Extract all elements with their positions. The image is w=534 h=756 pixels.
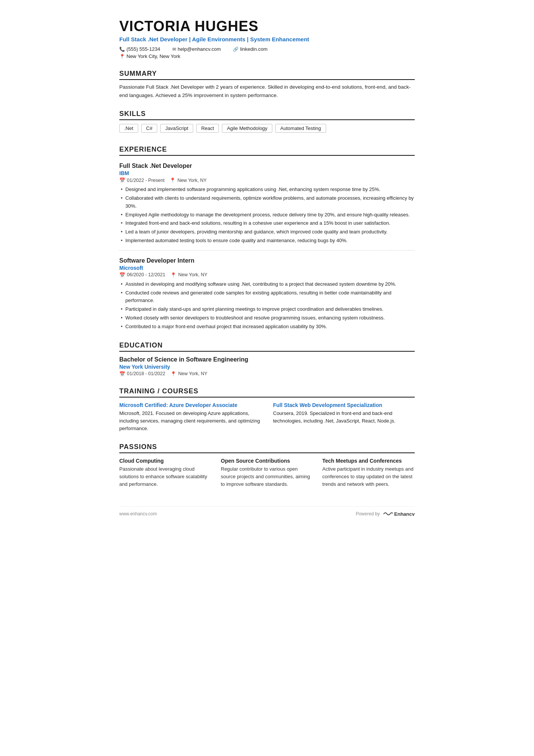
- job-dates: 01/2022 - Present: [127, 178, 164, 183]
- passions-section: PASSIONS Cloud Computing Passionate abou…: [119, 443, 415, 488]
- course-text: Microsoft, 2021. Focused on developing A…: [119, 410, 261, 432]
- phone-item: 📞 (555) 555-1234: [119, 46, 160, 52]
- skill-tag: React: [196, 124, 219, 133]
- summary-text: Passionate Full Stack .Net Developer wit…: [119, 83, 415, 99]
- bullet-item: Collaborated with clients to understand …: [119, 194, 415, 210]
- linkedin-item: 🔗 linkedin.com: [233, 46, 267, 52]
- passion-title: Open Source Contributions: [221, 458, 313, 464]
- footer-website: www.enhancv.com: [119, 511, 157, 517]
- course-item: Microsoft Certified: Azure Developer Ass…: [119, 402, 261, 432]
- footer: www.enhancv.com Powered by Enhancv: [119, 506, 415, 517]
- passion-title: Cloud Computing: [119, 458, 212, 464]
- edu-location: New York, NY: [178, 371, 207, 376]
- location-text: New York City, New York: [126, 53, 180, 59]
- linkedin-url: linkedin.com: [240, 46, 267, 52]
- bullet-item: Designed and implemented software progra…: [119, 186, 415, 194]
- enhancv-logo: Enhancv: [382, 510, 415, 517]
- skills-section: SKILLS .NetC#JavaScriptReactAgile Method…: [119, 110, 415, 135]
- edu-dates-item: 📅 01/2018 - 01/2022: [119, 371, 165, 377]
- job-location: New York, NY: [178, 272, 207, 277]
- candidate-title: Full Stack .Net Developer | Agile Enviro…: [119, 36, 415, 42]
- job-bullets: Assisted in developing and modifying sof…: [119, 280, 415, 331]
- edu-degree: Bachelor of Science in Software Engineer…: [119, 356, 415, 363]
- bullet-item: Employed Agile methodology to manage the…: [119, 211, 415, 219]
- candidate-name: VICTORIA HUGHES: [119, 18, 415, 34]
- education-title: EDUCATION: [119, 341, 415, 352]
- contact-row: 📞 (555) 555-1234 ✉ help@enhancv.com 🔗 li…: [119, 46, 415, 52]
- training-title: TRAINING / COURSES: [119, 387, 415, 398]
- job-location-icon: 📍: [170, 272, 176, 278]
- exp-divider: [119, 250, 415, 250]
- email-icon: ✉: [172, 47, 176, 52]
- phone-icon: 📞: [119, 47, 125, 52]
- edu-location-item: 📍 New York, NY: [170, 371, 207, 377]
- job-location-item: 📍 New York, NY: [170, 272, 207, 278]
- job-dates-item: 📅 06/2020 - 12/2021: [119, 272, 165, 278]
- edu-meta: 📅 01/2018 - 01/2022 📍 New York, NY: [119, 371, 415, 377]
- course-text: Coursera, 2019. Specialized in front-end…: [273, 410, 415, 425]
- courses-grid: Microsoft Certified: Azure Developer Ass…: [119, 402, 415, 432]
- skill-tag: C#: [141, 124, 158, 133]
- company-name: Microsoft: [119, 265, 415, 271]
- passion-title: Tech Meetups and Conferences: [322, 458, 415, 464]
- skill-tag: .Net: [119, 124, 138, 133]
- calendar-icon: 📅: [119, 177, 125, 183]
- experience-title: EXPERIENCE: [119, 146, 415, 156]
- summary-section: SUMMARY Passionate Full Stack .Net Devel…: [119, 70, 415, 99]
- location-row: 📍 New York City, New York: [119, 53, 415, 59]
- passions-title: PASSIONS: [119, 443, 415, 453]
- bullet-item: Implemented automated testing tools to e…: [119, 237, 415, 245]
- edu-school: New York University: [119, 364, 415, 370]
- training-section: TRAINING / COURSES Microsoft Certified: …: [119, 387, 415, 432]
- edu-dates: 01/2018 - 01/2022: [127, 371, 165, 376]
- skills-row: .NetC#JavaScriptReactAgile MethodologyAu…: [119, 124, 415, 135]
- edu-location-icon: 📍: [170, 371, 176, 377]
- experience-job: Software Developer Intern Microsoft 📅 06…: [119, 257, 415, 331]
- course-item: Full Stack Web Development Specializatio…: [273, 402, 415, 432]
- passion-text: Passionate about leveraging cloud soluti…: [119, 465, 212, 488]
- experience-job: Full Stack .Net Developer IBM 📅 01/2022 …: [119, 163, 415, 250]
- bullet-item: Participated in daily stand-ups and spri…: [119, 305, 415, 313]
- footer-right: Powered by Enhancv: [356, 510, 415, 517]
- bullet-item: Contributed to a major front-end overhau…: [119, 323, 415, 331]
- job-dates: 06/2020 - 12/2021: [127, 272, 165, 277]
- passion-item: Open Source Contributions Regular contri…: [221, 458, 313, 488]
- job-bullets: Designed and implemented software progra…: [119, 186, 415, 245]
- company-name: IBM: [119, 170, 415, 176]
- passion-text: Regular contributor to various open sour…: [221, 465, 313, 488]
- education-section: EDUCATION Bachelor of Science in Softwar…: [119, 341, 415, 377]
- phone-number: (555) 555-1234: [126, 46, 160, 52]
- skill-tag: JavaScript: [160, 124, 193, 133]
- bullet-item: Conducted code reviews and generated cod…: [119, 289, 415, 305]
- enhancv-logo-icon: [382, 510, 393, 517]
- job-meta: 📅 06/2020 - 12/2021 📍 New York, NY: [119, 272, 415, 278]
- skill-tag: Automated Testing: [275, 124, 326, 133]
- passion-item: Tech Meetups and Conferences Active part…: [322, 458, 415, 488]
- location-icon: 📍: [119, 54, 125, 59]
- bullet-item: Integrated front-end and back-end soluti…: [119, 219, 415, 227]
- job-location-item: 📍 New York, NY: [170, 177, 206, 183]
- passion-text: Active participant in industry meetups a…: [322, 465, 415, 488]
- job-meta: 📅 01/2022 - Present 📍 New York, NY: [119, 177, 415, 183]
- linkedin-icon: 🔗: [233, 47, 239, 52]
- experience-section: EXPERIENCE Full Stack .Net Developer IBM…: [119, 146, 415, 330]
- job-location: New York, NY: [177, 178, 206, 183]
- bullet-item: Assisted in developing and modifying sof…: [119, 280, 415, 288]
- job-title: Software Developer Intern: [119, 257, 415, 264]
- skills-title: SKILLS: [119, 110, 415, 120]
- job-location-icon: 📍: [170, 177, 176, 183]
- passions-grid: Cloud Computing Passionate about leverag…: [119, 458, 415, 488]
- header: VICTORIA HUGHES Full Stack .Net Develope…: [119, 18, 415, 59]
- email-item: ✉ help@enhancv.com: [172, 46, 221, 52]
- bullet-item: Led a team of junior developers, providi…: [119, 228, 415, 236]
- bullet-item: Worked closely with senior developers to…: [119, 314, 415, 322]
- calendar-icon: 📅: [119, 272, 125, 278]
- job-dates-item: 📅 01/2022 - Present: [119, 177, 164, 183]
- course-title: Microsoft Certified: Azure Developer Ass…: [119, 402, 261, 408]
- calendar-icon: 📅: [119, 371, 125, 377]
- course-title: Full Stack Web Development Specializatio…: [273, 402, 415, 408]
- skill-tag: Agile Methodology: [222, 124, 272, 133]
- summary-title: SUMMARY: [119, 70, 415, 80]
- enhancv-brand-name: Enhancv: [394, 511, 415, 517]
- powered-by-label: Powered by: [356, 511, 379, 517]
